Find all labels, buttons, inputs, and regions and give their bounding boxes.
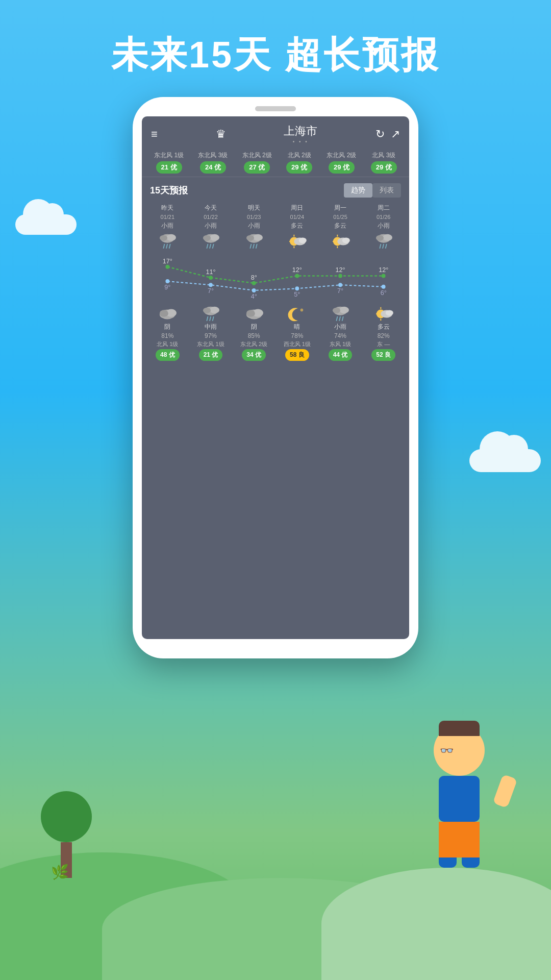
aqi-cell: 东北风 2级 29 优 [327,152,356,174]
detail-condition: 小雨 [334,323,346,331]
wind-label: 北风 2级 [288,152,311,160]
svg-line-9 [207,244,208,248]
svg-text:5°: 5° [294,290,300,298]
svg-point-29 [342,237,350,243]
aqi-badge: 29 优 [371,161,397,174]
detail-wind: 西北风 1级 [284,340,311,348]
forecast-title: 15天预报 [150,184,188,197]
svg-line-77 [339,316,340,321]
aqi-cell: 东北风 1级 21 优 [154,152,184,174]
detail-wind: 北风 1级 [157,340,178,348]
day-name: 周二 [378,204,390,212]
phone-speaker [255,106,296,111]
detail-condition: 阴 [251,323,257,331]
trend-button[interactable]: 趋势 [344,183,372,198]
svg-text:12°: 12° [379,266,388,274]
detail-humidity: 97% [205,332,217,339]
day-name: 周一 [334,204,346,212]
refresh-icon[interactable]: ↻ [375,128,385,141]
svg-point-58 [382,284,386,288]
wind-label: 东北风 1级 [154,152,184,160]
app-header: ≡ ♛ 上海市 • • • ↻ ↗ [142,116,409,149]
day-date: 01/23 [247,214,261,220]
forecast-day-col: 昨天 01/21 小雨 [146,202,189,252]
cloud-left [15,214,77,235]
svg-point-72 [300,308,304,311]
phone-screen: ≡ ♛ 上海市 • • • ↻ ↗ 东北风 1级 21 优 东北风 3级 24 … [142,116,409,639]
page-dots: • • • [284,139,317,144]
detail-col: 小雨 74% 东风 1级 44 优 [319,305,362,361]
phone-frame: ≡ ♛ 上海市 • • • ↻ ↗ 东北风 1级 21 优 东北风 3级 24 … [133,97,418,658]
detail-col: 多云 82% 东 — 52 良 [362,305,405,361]
page-title: 未来15天 超长预报 [0,31,551,80]
forecast-header: 15天预报 趋势 列表 [142,177,409,202]
day-name: 今天 [205,204,217,212]
detail-condition: 中雨 [205,323,217,331]
detail-aqi-badge: 44 优 [329,349,353,361]
forecast-grid-top: 昨天 01/21 小雨 今天 01/22 小雨 明天 01/23 小雨 [142,202,409,252]
detail-humidity: 85% [248,332,260,339]
day-condition: 小雨 [378,222,390,230]
wind-label: 北风 3级 [372,152,395,160]
detail-aqi-badge: 48 优 [156,349,180,361]
detail-col: 晴 78% 西北风 1级 58 良 [276,305,319,361]
svg-point-32 [376,235,384,240]
detail-wind: 东北风 1级 [197,340,224,348]
forecast-toggle: 趋势 列表 [344,183,401,198]
aqi-cell: 东北风 3级 24 优 [198,152,228,174]
wind-label: 东北风 3级 [198,152,228,160]
city-name: 上海市 [284,124,317,139]
character: 👓 [408,725,510,898]
weather-icon [156,232,179,250]
day-condition: 小雨 [161,222,173,230]
svg-text:11°: 11° [206,267,215,275]
crown-icon[interactable]: ♛ [216,128,226,141]
weather-icon [199,232,222,250]
menu-icon[interactable]: ≡ [151,128,158,141]
weather-icon [329,232,352,250]
svg-line-15 [250,244,251,248]
svg-text:9°: 9° [164,283,170,291]
share-icon[interactable]: ↗ [391,128,400,141]
detail-weather-icon [330,305,350,322]
weather-icon [286,232,308,250]
detail-aqi-badge: 58 良 [285,349,309,361]
svg-text:4°: 4° [251,292,257,300]
svg-point-42 [295,274,299,278]
aqi-badge: 29 优 [286,161,312,174]
svg-line-66 [207,316,208,321]
wind-label: 东北风 2级 [327,152,356,160]
day-condition: 小雨 [205,222,217,230]
cloud-right [469,449,541,472]
list-button[interactable]: 列表 [372,183,401,198]
aqi-badge: 29 优 [329,161,355,174]
svg-text:12°: 12° [335,266,345,274]
svg-text:12°: 12° [292,266,302,274]
svg-point-36 [165,264,169,268]
day-condition: 小雨 [248,222,260,230]
detail-condition: 晴 [294,323,300,331]
detail-weather-icon [287,305,307,322]
svg-point-13 [253,234,263,240]
svg-point-52 [252,288,256,292]
day-date: 01/24 [290,214,305,220]
svg-point-23 [299,237,307,243]
svg-line-11 [213,244,214,248]
svg-line-4 [166,244,167,248]
svg-text:7°: 7° [337,287,343,295]
svg-point-31 [383,234,392,240]
aqi-badge: 27 优 [244,161,270,174]
detail-col: 中雨 97% 东北风 1级 21 优 [189,305,233,361]
svg-line-33 [380,244,381,248]
detail-aqi-badge: 21 优 [199,349,223,361]
svg-line-76 [336,316,337,321]
svg-point-84 [385,310,393,315]
grass: 🌿 [51,864,69,880]
svg-line-17 [256,244,257,248]
day-date: 01/22 [204,214,218,220]
svg-point-8 [203,235,211,240]
day-date: 01/26 [377,214,391,220]
day-name: 明天 [248,204,260,212]
svg-line-78 [342,316,343,321]
detail-condition: 多云 [378,323,390,331]
